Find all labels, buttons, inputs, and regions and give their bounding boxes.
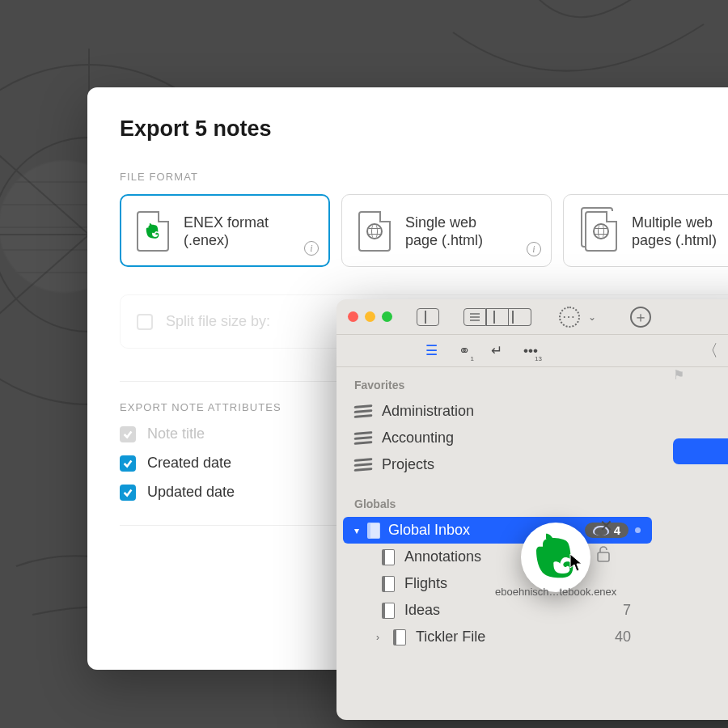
sidebar-section-favorites: Favorites <box>336 370 658 398</box>
format-multi-html-label: Multiple web pages (.html) <box>632 214 717 250</box>
checkbox-updated-date[interactable] <box>120 485 136 501</box>
disclosure-triangle-icon[interactable]: › <box>372 632 383 643</box>
checkbox-note-title <box>120 426 136 442</box>
split-checkbox[interactable] <box>137 314 153 330</box>
notebook-icon <box>382 576 395 592</box>
app-window: ⋯ ⌄ ＋ ☰ ⚭1 ↵ •••13 〈 〉 ⚑ Favorites Admin… <box>336 299 728 720</box>
flag-icon[interactable]: ⚑ <box>673 367 684 393</box>
subtoolbar-links-icon[interactable]: ⚭1 <box>459 342 470 359</box>
file-format-options: ENEX format (.enex) i Single web page (.… <box>120 194 728 267</box>
window-zoom-button[interactable] <box>382 311 392 322</box>
file-format-section-label: FILE FORMAT <box>120 171 728 183</box>
file-enex-icon <box>137 211 169 252</box>
nav-back-button[interactable]: 〈 <box>702 340 718 362</box>
sidebar-item-tickler-file[interactable]: › Tickler File 40 <box>336 624 658 650</box>
globe-icon <box>366 223 383 239</box>
subtoolbar-list-icon[interactable]: ☰ <box>425 342 438 359</box>
sidebar-item-ideas[interactable]: Ideas 7 <box>336 597 658 624</box>
globe-icon <box>593 223 609 239</box>
item-count: 7 <box>623 602 641 619</box>
dialog-title: Export 5 notes <box>120 116 728 142</box>
format-single-html-label: Single web page (.html) <box>405 214 483 250</box>
view-card-icon[interactable] <box>509 308 531 326</box>
status-dot-icon <box>635 527 641 533</box>
sidebar-section-globals: Globals <box>336 489 658 517</box>
close-icon[interactable]: ✕ <box>599 516 613 535</box>
cursor-icon <box>569 553 584 573</box>
sidebar-item-administration[interactable]: Administration <box>336 398 658 425</box>
window-titlebar: ⋯ ⌄ ＋ <box>336 299 728 335</box>
subtoolbar-import-icon[interactable]: ↵ <box>491 342 502 359</box>
format-multi-html[interactable]: Multiple web pages (.html) <box>563 194 728 267</box>
primary-action-button[interactable] <box>673 438 728 464</box>
item-count: 40 <box>615 629 641 645</box>
view-columns-icon[interactable] <box>486 308 509 326</box>
format-enex[interactable]: ENEX format (.enex) i <box>120 194 330 267</box>
notebook-icon <box>382 549 395 565</box>
window-close-button[interactable] <box>348 311 358 322</box>
toolbar-add-button[interactable]: ＋ <box>630 307 651 328</box>
toolbar-more-button[interactable]: ⋯ <box>559 307 580 328</box>
info-icon[interactable]: i <box>304 241 319 256</box>
disclosure-triangle-icon[interactable]: ▾ <box>354 525 359 536</box>
notebook-icon <box>367 523 380 539</box>
lock-open-icon <box>595 545 612 567</box>
chevron-down-icon: ⌄ <box>588 311 596 323</box>
drag-filename-label: eboehnisch…tebook.enex <box>495 586 616 598</box>
stack-icon <box>354 404 372 419</box>
evernote-icon <box>144 222 162 240</box>
checkbox-created-date[interactable] <box>120 455 136 472</box>
subtoolbar-more-icon[interactable]: •••13 <box>523 343 538 359</box>
toolbar-view-segment[interactable] <box>463 308 531 326</box>
notebook-icon <box>393 629 406 645</box>
notebook-icon <box>382 603 395 619</box>
window-minimize-button[interactable] <box>365 311 375 322</box>
svg-rect-2 <box>598 552 609 561</box>
sidebar-item-projects[interactable]: Projects <box>336 451 658 478</box>
stack-icon <box>354 431 372 446</box>
view-list-icon[interactable] <box>463 308 486 326</box>
file-html-stack-icon <box>585 211 617 252</box>
split-label: Split file size by: <box>166 313 270 330</box>
file-html-icon <box>358 211 391 252</box>
stack-icon <box>354 458 372 472</box>
sidebar: Favorites Administration Accounting Proj… <box>336 361 658 720</box>
info-icon[interactable]: i <box>527 242 541 256</box>
toolbar-sidebar-toggle[interactable] <box>417 308 439 326</box>
format-enex-label: ENEX format (.enex) <box>184 214 269 250</box>
sidebar-item-accounting[interactable]: Accounting <box>336 425 658 451</box>
format-single-html[interactable]: Single web page (.html) i <box>341 194 552 267</box>
